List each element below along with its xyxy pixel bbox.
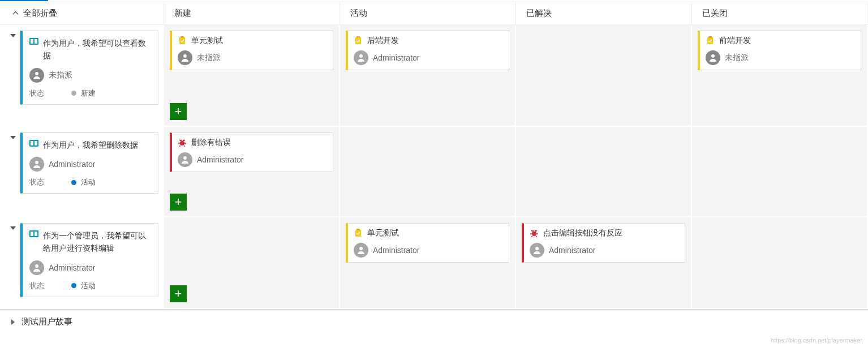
svg-rect-15 <box>35 141 37 145</box>
svg-point-30 <box>535 230 536 232</box>
svg-rect-1 <box>31 39 33 44</box>
work-item-card[interactable]: 点击编辑按钮没有反应 Administrator <box>522 223 685 263</box>
column-header-closed[interactable]: 已关闭 <box>692 2 868 24</box>
row-collapse-toggle[interactable] <box>10 34 16 37</box>
task-icon <box>178 36 187 45</box>
story-title: 作为用户，我希望删除数据 <box>43 139 138 151</box>
avatar-unassigned-icon <box>178 50 192 65</box>
svg-rect-8 <box>356 36 360 38</box>
svg-point-12 <box>711 54 715 58</box>
column-header-resolved[interactable]: 已解决 <box>516 2 692 24</box>
story-title: 作为一个管理员，我希望可以给用户进行资料编辑 <box>43 229 151 255</box>
svg-rect-23 <box>35 232 37 236</box>
lane-closed[interactable] <box>692 217 868 308</box>
assignee-label: 未指派 <box>49 70 72 80</box>
lane-closed[interactable] <box>692 127 868 216</box>
row-collapse-toggle[interactable] <box>10 136 16 139</box>
collapse-all-button[interactable]: 全部折叠 <box>0 2 164 24</box>
work-item-card[interactable]: 后端开发 Administrator <box>346 31 509 70</box>
collapse-all-label: 全部折叠 <box>23 8 57 19</box>
lane-new[interactable]: 删除有错误 Administrator + <box>164 127 340 216</box>
svg-point-27 <box>359 247 363 250</box>
svg-point-17 <box>180 141 184 145</box>
row-collapse-toggle[interactable] <box>10 226 16 230</box>
work-item-card[interactable]: 前端开发 未指派 <box>698 31 861 70</box>
swimlane-row: 作为用户，我希望可以查看数据 未指派 状态 新建 单元测试 未指派 <box>0 25 868 127</box>
group-label: 测试用户故事 <box>22 316 72 327</box>
column-header-new[interactable]: 新建 <box>164 2 340 24</box>
avatar-icon <box>530 243 544 258</box>
avatar-unassigned-icon <box>706 50 720 65</box>
svg-rect-2 <box>35 39 37 44</box>
avatar-icon <box>354 243 368 258</box>
lane-active[interactable] <box>340 127 516 216</box>
user-story-icon <box>29 37 38 46</box>
user-story-card[interactable]: 作为一个管理员，我希望可以给用户进行资料编辑 Administrator 状态 … <box>20 223 158 297</box>
user-story-card[interactable]: 作为用户，我希望删除数据 Administrator 状态 活动 <box>20 132 158 194</box>
svg-point-6 <box>183 54 187 58</box>
state-dot-icon <box>71 283 76 288</box>
svg-rect-26 <box>356 229 360 230</box>
collapsed-group-row[interactable]: 测试用户故事 <box>0 309 868 334</box>
lane-active[interactable]: 单元测试 Administrator <box>340 217 516 308</box>
swimlane-row: 作为一个管理员，我希望可以给用户进行资料编辑 Administrator 状态 … <box>0 217 868 309</box>
work-item-card[interactable]: 单元测试 Administrator <box>346 223 509 263</box>
svg-rect-11 <box>708 36 712 38</box>
bug-icon <box>178 138 187 147</box>
svg-rect-5 <box>181 36 184 38</box>
lane-resolved[interactable]: 点击编辑按钮没有反应 Administrator <box>516 217 692 308</box>
bug-icon <box>530 229 539 238</box>
user-story-card[interactable]: 作为用户，我希望可以查看数据 未指派 状态 新建 <box>20 31 158 105</box>
lane-new[interactable]: 单元测试 未指派 + <box>164 25 340 126</box>
work-item-card[interactable]: 单元测试 未指派 <box>170 31 333 70</box>
state-dot-icon <box>71 91 76 96</box>
state-dot-icon <box>71 180 76 185</box>
lane-resolved[interactable] <box>516 127 692 216</box>
svg-point-28 <box>532 232 536 236</box>
svg-point-29 <box>532 230 534 232</box>
avatar-icon <box>354 50 368 65</box>
svg-point-18 <box>181 140 182 142</box>
lane-closed[interactable]: 前端开发 未指派 <box>692 25 868 126</box>
avatar-icon <box>178 152 192 167</box>
add-item-button[interactable]: + <box>170 103 187 120</box>
work-item-card[interactable]: 删除有错误 Administrator <box>170 132 333 172</box>
task-icon <box>354 36 363 45</box>
svg-point-24 <box>35 264 38 268</box>
svg-rect-14 <box>31 141 33 145</box>
svg-point-9 <box>359 54 363 58</box>
svg-point-20 <box>183 156 187 160</box>
task-icon <box>354 229 363 238</box>
state-field-label: 状态 <box>29 88 44 98</box>
user-story-icon <box>29 229 38 238</box>
column-header-active[interactable]: 活动 <box>340 2 516 24</box>
svg-point-31 <box>535 247 539 250</box>
column-headers: 全部折叠 新建 活动 已解决 已关闭 <box>0 2 868 25</box>
avatar-icon <box>29 157 44 172</box>
add-item-button[interactable]: + <box>170 285 187 302</box>
avatar-icon <box>29 260 44 275</box>
svg-rect-22 <box>31 232 33 236</box>
avatar-unassigned-icon <box>29 68 44 83</box>
lane-new[interactable]: + <box>164 217 340 308</box>
task-icon <box>706 36 715 45</box>
svg-point-19 <box>183 140 184 142</box>
svg-point-16 <box>35 161 38 164</box>
story-title: 作为用户，我希望可以查看数据 <box>43 37 151 62</box>
user-story-icon <box>29 139 38 148</box>
svg-point-3 <box>35 72 38 75</box>
lane-resolved[interactable] <box>516 25 692 126</box>
add-item-button[interactable]: + <box>170 194 187 211</box>
collapse-icon <box>12 10 19 16</box>
chevron-right-icon <box>11 319 15 325</box>
swimlane-row: 作为用户，我希望删除数据 Administrator 状态 活动 删除有错误 A… <box>0 127 868 217</box>
lane-active[interactable]: 后端开发 Administrator <box>340 25 516 126</box>
